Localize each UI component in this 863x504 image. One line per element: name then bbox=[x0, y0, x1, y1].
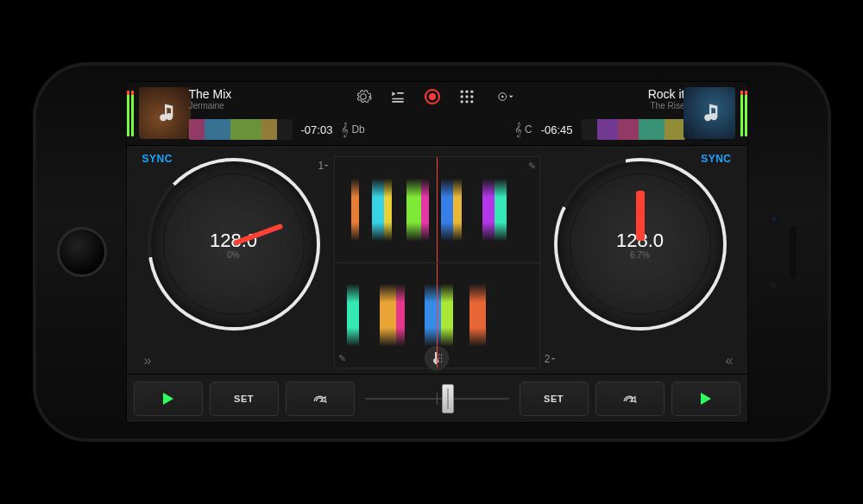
jog-wheel-b[interactable]: 128.0 6.7% bbox=[554, 158, 727, 331]
main-deck-area: SYNC SYNC 128.0 0% 128.0 6.7% bbox=[127, 146, 747, 374]
automix-icon bbox=[497, 88, 514, 105]
vu-meter-b-l bbox=[740, 91, 743, 136]
jog-needle-b bbox=[636, 191, 645, 241]
edit-grid-b-button[interactable]: ✎ bbox=[338, 353, 346, 364]
deck-a-art-wrap bbox=[127, 82, 196, 145]
deck-b-album-art[interactable] bbox=[683, 87, 735, 139]
deck-b-time: -06:45 bbox=[541, 123, 573, 136]
deck-b-art-wrap bbox=[678, 82, 747, 145]
clef-icon: 𝄞 bbox=[514, 122, 522, 137]
svg-point-20 bbox=[634, 400, 636, 402]
svg-point-10 bbox=[501, 96, 504, 98]
svg-point-5 bbox=[470, 95, 473, 98]
svg-point-1 bbox=[465, 91, 468, 93]
expand-right-button[interactable]: « bbox=[726, 353, 730, 369]
deck-a-meta: -07:03 𝄞 Db bbox=[189, 117, 365, 142]
track-1-label: 1⁃ bbox=[318, 160, 330, 172]
crossfader-track bbox=[365, 398, 509, 400]
svg-point-7 bbox=[465, 100, 468, 103]
deck-a-time: -07:03 bbox=[301, 123, 333, 136]
redo-icon bbox=[312, 391, 328, 406]
phone-device-frame: The Mix Jermaine -07:03 𝄞 Db bbox=[33, 62, 831, 442]
redo-icon bbox=[622, 391, 638, 406]
svg-rect-13 bbox=[438, 354, 439, 356]
cue-set-button-a[interactable]: SET bbox=[210, 381, 279, 416]
deck-a-overview-wave[interactable] bbox=[189, 119, 293, 140]
record-icon bbox=[425, 89, 440, 104]
cue-set-button-b[interactable]: SET bbox=[520, 381, 589, 416]
svg-rect-15 bbox=[438, 361, 439, 362]
phone-camera bbox=[769, 214, 779, 224]
tempo-pct-a: 0% bbox=[227, 250, 239, 260]
play-button-b[interactable] bbox=[671, 381, 740, 416]
svg-rect-16 bbox=[441, 354, 442, 356]
svg-point-0 bbox=[461, 91, 463, 93]
vu-meter-b-r bbox=[745, 91, 747, 136]
queue-button[interactable] bbox=[388, 87, 407, 106]
transport-bar: SET SET bbox=[127, 374, 747, 422]
deck-b-meta: -06:45 𝄞 C bbox=[514, 117, 685, 142]
grid-icon bbox=[458, 88, 476, 105]
app-screen: The Mix Jermaine -07:03 𝄞 Db bbox=[126, 81, 748, 423]
play-icon bbox=[700, 393, 712, 405]
automix-button[interactable] bbox=[492, 87, 520, 106]
svg-rect-18 bbox=[441, 361, 442, 362]
cue-jump-button-b[interactable] bbox=[595, 381, 665, 416]
settings-button[interactable] bbox=[354, 87, 373, 106]
edit-grid-a-button[interactable]: ✎ bbox=[528, 161, 536, 172]
jog-wheel-a[interactable]: 128.0 0% bbox=[148, 158, 320, 331]
gear-icon bbox=[355, 88, 372, 105]
phone-speaker bbox=[790, 226, 797, 278]
svg-point-4 bbox=[465, 95, 468, 98]
crossfader-center-tick bbox=[437, 393, 438, 405]
header-bar: The Mix Jermaine -07:03 𝄞 Db bbox=[127, 82, 747, 146]
waveform-a[interactable]: ✎ bbox=[334, 156, 540, 263]
svg-rect-14 bbox=[438, 357, 439, 359]
top-toolbar bbox=[354, 87, 520, 106]
vu-meter-a-r bbox=[131, 91, 134, 136]
svg-point-6 bbox=[461, 100, 463, 103]
cue-jump-button-a[interactable] bbox=[286, 381, 355, 416]
deck-a-artist: Jermaine bbox=[189, 101, 318, 111]
waveform-panel: 1⁃ ✎ ✎ 2⁃ » « bbox=[334, 156, 540, 369]
phone-sensor bbox=[770, 282, 776, 288]
sampler-button[interactable] bbox=[457, 87, 476, 106]
crossfader[interactable] bbox=[365, 381, 509, 416]
svg-point-8 bbox=[470, 100, 473, 103]
waveform-b[interactable]: ✎ bbox=[334, 263, 540, 369]
deck-b-overview-wave[interactable] bbox=[582, 119, 685, 140]
vu-meter-a-l bbox=[127, 91, 129, 136]
svg-point-12 bbox=[433, 358, 438, 363]
crossfader-handle[interactable] bbox=[442, 384, 454, 413]
jog-disc-b: 128.0 6.7% bbox=[557, 161, 723, 327]
record-button[interactable] bbox=[423, 87, 442, 106]
svg-rect-17 bbox=[441, 357, 442, 359]
svg-point-19 bbox=[324, 400, 326, 402]
svg-point-3 bbox=[461, 95, 463, 98]
clef-icon: 𝄞 bbox=[341, 122, 349, 137]
svg-point-2 bbox=[470, 91, 473, 93]
music-icon bbox=[153, 101, 177, 125]
home-button[interactable] bbox=[57, 227, 107, 277]
tempo-pct-b: 6.7% bbox=[630, 250, 650, 260]
playhead-a bbox=[437, 157, 438, 262]
deck-a-album-art[interactable] bbox=[139, 87, 191, 139]
expand-left-button[interactable]: » bbox=[144, 353, 148, 369]
jog-ring-b: 128.0 6.7% bbox=[554, 158, 727, 331]
track-2-label: 2⁃ bbox=[545, 353, 556, 365]
queue-icon bbox=[389, 88, 406, 105]
deck-a-title: The Mix bbox=[189, 87, 318, 101]
play-icon bbox=[162, 393, 174, 405]
play-button-a[interactable] bbox=[134, 381, 203, 416]
playhead-b bbox=[437, 263, 438, 369]
music-icon bbox=[697, 101, 721, 125]
deck-b-key: 𝄞 C bbox=[514, 122, 532, 137]
deck-a-key: 𝄞 Db bbox=[341, 122, 364, 137]
